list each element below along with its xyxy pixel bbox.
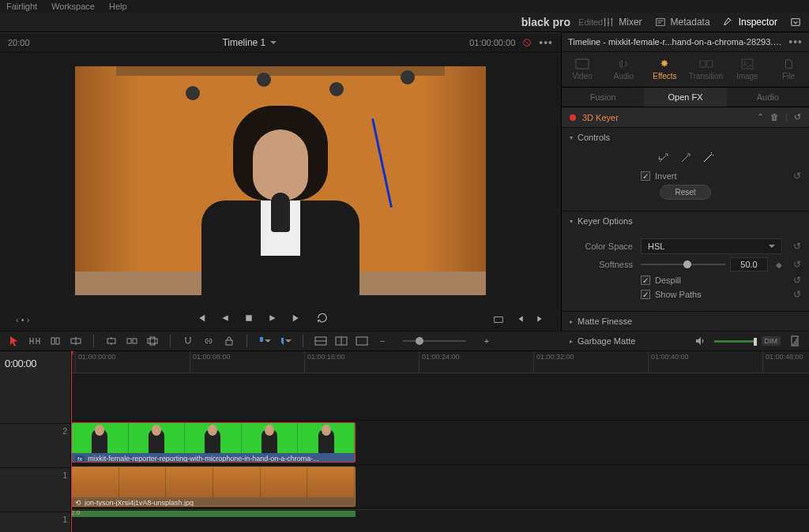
svg-rect-1 — [792, 19, 800, 26]
invert-checkbox[interactable] — [641, 171, 650, 181]
tab-video[interactable]: Video — [562, 52, 603, 87]
meter-toggle[interactable] — [788, 335, 801, 347]
tab-transition[interactable]: Transition — [686, 52, 727, 87]
replace-tool[interactable] — [146, 335, 159, 347]
audio-clip[interactable] — [71, 511, 356, 517]
view-tool-1[interactable] — [314, 335, 327, 347]
showpaths-checkbox[interactable] — [641, 290, 650, 299]
play-button[interactable] — [268, 313, 277, 325]
playhead[interactable] — [71, 351, 72, 532]
svg-rect-16 — [148, 339, 157, 343]
metadata-button[interactable]: Metadata — [655, 17, 710, 28]
selection-tool[interactable] — [8, 335, 21, 347]
softness-slider[interactable] — [641, 264, 725, 265]
dynamic-trim-tool[interactable] — [49, 335, 62, 347]
clip-v1[interactable]: ⟲ jon-tyson-jXrsi4j1vA8-unsplash.jpg — [71, 466, 356, 507]
inspector-button[interactable]: Inspector — [723, 17, 777, 28]
loop-button[interactable] — [317, 313, 328, 326]
stop-button[interactable] — [244, 313, 254, 325]
tab-effects[interactable]: Effects — [644, 52, 685, 87]
picker-wand-icon[interactable] — [702, 152, 714, 164]
picker-add-icon[interactable] — [657, 152, 670, 164]
zoom-slider[interactable] — [403, 340, 466, 342]
dim-button[interactable]: DIM — [762, 336, 781, 346]
tracks-content[interactable]: 01:00:00:00 01:00:08:00 01:00:16:00 01:0… — [71, 351, 809, 532]
despill-reset[interactable]: ↺ — [793, 275, 801, 286]
effect-enable-toggle[interactable] — [570, 114, 576, 121]
zoom-in[interactable]: + — [480, 335, 493, 347]
clip-v2[interactable]: fx mixkit-female-reporter-reporting-with… — [71, 422, 356, 463]
lock-toggle[interactable] — [223, 335, 235, 347]
match-frame-button[interactable] — [493, 314, 504, 325]
menu-workspace[interactable]: Workspace — [51, 2, 95, 11]
subtab-openfx[interactable]: Open FX — [644, 88, 726, 107]
track-head-v2[interactable]: 2 — [0, 423, 70, 467]
track-v1[interactable]: ⟲ jon-tyson-jXrsi4j1vA8-unsplash.jpg — [71, 465, 809, 509]
effect-delete-button[interactable]: 🗑 — [770, 112, 779, 122]
tab-file[interactable]: File — [768, 52, 809, 87]
link-toggle[interactable] — [202, 335, 215, 347]
picker-subtract-icon[interactable] — [679, 152, 692, 164]
svg-rect-6 — [700, 61, 706, 67]
viewer-frame[interactable] — [75, 66, 486, 295]
jump-start-button[interactable] — [195, 313, 206, 326]
mixer-button[interactable]: Mixer — [603, 17, 642, 28]
tab-audio[interactable]: Audio — [603, 52, 644, 87]
expand-button[interactable] — [790, 17, 801, 28]
snap-toggle[interactable] — [182, 335, 194, 347]
subtab-fusion[interactable]: Fusion — [562, 88, 644, 107]
track-v2[interactable]: fx mixkit-female-reporter-reporting-with… — [71, 421, 809, 465]
inspector-options-menu[interactable]: ••• — [788, 36, 803, 48]
softness-reset[interactable]: ↺ — [793, 259, 801, 270]
svg-rect-10 — [51, 338, 55, 344]
metadata-icon — [655, 17, 666, 28]
volume-icon[interactable] — [694, 335, 706, 347]
marker-dropdown[interactable] — [279, 335, 292, 347]
bypass-icon[interactable] — [521, 37, 532, 48]
section-keyer-header[interactable]: Keyer Options — [562, 212, 809, 230]
jump-end-button[interactable] — [292, 313, 303, 326]
play-reverse-button[interactable] — [220, 313, 230, 325]
svg-rect-7 — [707, 61, 713, 67]
reset-button[interactable]: Reset — [660, 185, 710, 200]
trim-tool[interactable] — [28, 335, 41, 347]
timeline-tc[interactable]: 0:00:00 — [0, 351, 70, 376]
svg-rect-14 — [127, 339, 131, 343]
softness-keyframe[interactable]: ◆ — [776, 260, 782, 269]
menu-help[interactable]: Help — [109, 2, 127, 11]
timeline-name-dropdown[interactable]: Timeline 1 — [222, 37, 277, 48]
showpaths-reset[interactable]: ↺ — [793, 289, 801, 300]
svg-rect-8 — [742, 59, 753, 69]
tab-image[interactable]: Image — [727, 52, 768, 87]
flag-dropdown[interactable] — [258, 335, 271, 347]
blade-tool[interactable] — [70, 335, 82, 347]
view-tool-2[interactable] — [335, 335, 348, 347]
softness-label: Softness — [570, 260, 633, 269]
zoom-out[interactable]: − — [376, 335, 389, 347]
effect-collapse-button[interactable]: ⌃ — [757, 112, 764, 122]
inspector-icon — [723, 17, 734, 28]
track-a1[interactable]: 2.0 — [71, 509, 809, 517]
track-head-a1[interactable]: 1 — [0, 511, 70, 523]
next-clip-button[interactable] — [536, 314, 545, 324]
overwrite-tool[interactable] — [126, 335, 138, 347]
audio-marker: 2.0 — [71, 509, 80, 516]
view-tool-3[interactable] — [356, 335, 368, 347]
section-matte-header[interactable]: Matte Finesse — [562, 312, 809, 331]
insert-tool[interactable] — [105, 335, 118, 347]
section-controls-header[interactable]: Controls — [562, 128, 809, 147]
volume-slider[interactable] — [714, 340, 754, 343]
viewer-page-dots[interactable]: ‹ • › — [16, 315, 29, 324]
prev-clip-button[interactable] — [515, 314, 525, 324]
subtab-audio[interactable]: Audio — [727, 88, 809, 107]
invert-reset[interactable]: ↺ — [793, 170, 801, 182]
colorspace-dropdown[interactable]: HSL — [641, 238, 782, 254]
menu-fairlight[interactable]: Fairlight — [6, 2, 37, 11]
softness-value[interactable]: 50.0 — [730, 257, 768, 272]
viewer-options-menu[interactable]: ••• — [539, 36, 553, 49]
track-head-v1[interactable]: 1 — [0, 467, 70, 511]
timeline-ruler[interactable]: 01:00:00:00 01:00:08:00 01:00:16:00 01:0… — [71, 351, 809, 373]
effect-reset-button[interactable]: ↺ — [794, 112, 801, 122]
colorspace-reset[interactable]: ↺ — [793, 241, 801, 252]
despill-checkbox[interactable] — [641, 275, 650, 285]
